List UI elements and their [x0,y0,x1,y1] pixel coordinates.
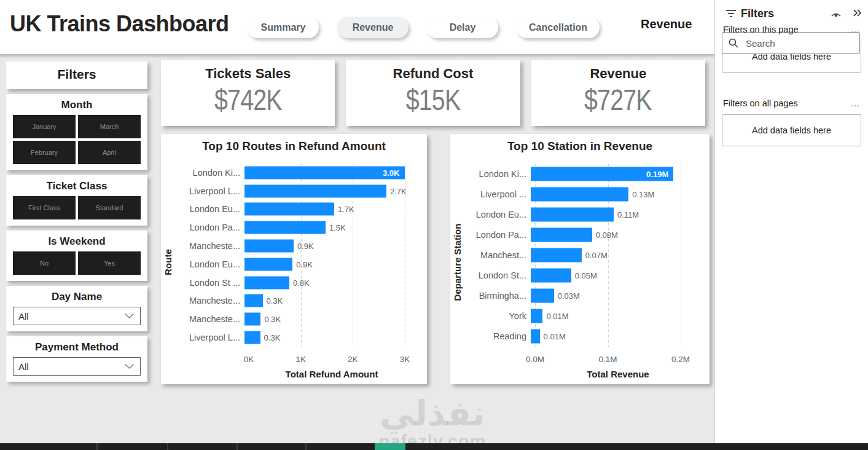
filter-options: JanuaryMarchFebruaryApril [13,115,141,164]
data-label: 0.11M [617,210,639,219]
filter-options: NoYes [13,251,141,275]
data-bar[interactable] [531,187,628,201]
x-axis-title: Total Refund Amount [249,369,415,379]
filter-icon [725,9,737,20]
chart-row: York0.01M [458,306,701,326]
filter-option-january[interactable]: January [13,115,76,138]
bar-track: 0.3K [244,292,415,310]
data-label: 1.7K [338,205,354,214]
bar-track: 0.03M [531,286,701,306]
category-label: Reading [458,331,531,341]
category-label: Mancheste... [168,296,244,306]
filter-option-april[interactable]: April [78,141,141,164]
bar-track: 0.8K [244,274,415,292]
nav-tab-revenue[interactable]: Revenue [337,17,409,38]
data-label: 1.5K [329,223,346,232]
data-bar[interactable] [244,166,405,179]
data-label: 0.13M [632,189,654,199]
filter-option-no[interactable]: No [13,251,76,275]
data-label: 0.03M [558,291,580,301]
data-label: 0.07M [585,250,608,259]
data-bar[interactable] [244,313,260,326]
data-bar[interactable] [531,309,542,323]
chevron-down-icon [124,363,135,369]
dropdown-value: All [18,311,29,322]
chart-row: London Ki...3.0K [168,164,415,182]
data-label: 0.9K [296,259,313,269]
day-name-dropdown[interactable]: All [13,307,141,325]
x-tick-label: 1K [295,355,306,364]
data-bar[interactable] [244,203,334,216]
nav-tabs: SummaryRevenueDelayCancellation [248,17,600,38]
chart-row: London St...0.05M [458,266,701,286]
more-options-icon[interactable]: ... [851,101,860,105]
category-label: Mancheste... [168,314,244,324]
payment-method-dropdown[interactable]: All [13,357,141,376]
filter-option-first-class[interactable]: First Class [13,196,76,219]
bottom-progress-bar[interactable] [0,443,868,450]
filter-scope-label: Filters on this page [723,25,799,34]
filter-section-title: Day Name [13,290,141,307]
data-bar[interactable] [244,276,289,289]
filter-card-month: MonthJanuaryMarchFebruaryApril [6,94,147,170]
x-tick-label: 3K [400,355,410,364]
bar-track: 0.01M [531,326,701,347]
data-label: 0.8K [293,278,310,287]
x-tick-label: 0K [244,355,254,364]
filter-option-yes[interactable]: Yes [78,251,141,275]
search-input[interactable] [746,38,868,49]
chevron-down-icon [124,313,135,319]
eye-icon[interactable] [831,10,842,21]
data-bar[interactable] [531,330,540,344]
more-options-icon[interactable]: ... [851,28,860,31]
chart-row: London St ...0.8K [168,274,415,292]
data-label: 0.9K [297,242,314,251]
data-bar[interactable] [244,331,260,344]
category-label: Liverpool ... [458,189,531,199]
kpi-title: Refund Cost [346,66,520,82]
data-bar[interactable] [531,227,592,242]
kpi-value: $15K [406,83,461,117]
filter-option-march[interactable]: March [78,115,141,138]
nav-tab-cancellation[interactable]: Cancellation [517,17,600,38]
data-bar[interactable] [531,269,571,283]
data-label: 2.7K [390,186,407,195]
filter-option-february[interactable]: February [13,141,76,164]
nav-tab-summary[interactable]: Summary [248,17,319,38]
dropdown-value: All [18,361,29,372]
data-label: 3.0K [383,168,404,177]
data-bar[interactable] [531,207,614,221]
plot-area: London Ki...3.0KLiverpool L...2.7KLondon… [168,164,415,347]
add-data-fields-dropzone[interactable]: Add data fields here [722,114,861,146]
bar-divider [237,443,238,450]
x-tick-label: 0.0M [526,355,544,364]
filter-option-standard[interactable]: Standard [78,196,141,219]
data-bar[interactable] [244,258,292,270]
category-label: Mancheste... [168,241,244,251]
category-label: Liverpool L... [168,333,244,342]
data-bar[interactable] [244,240,294,253]
filter-section-title: Ticket Class [13,179,141,196]
bar-track: 2.7K [244,182,415,200]
chart-row: Reading0.01M [458,326,701,347]
data-bar[interactable] [244,221,326,234]
data-label: 0.19M [646,169,673,178]
data-bar[interactable] [531,248,582,262]
kpi-row: Tickets Sales$742KRefund Cost$15KRevenue… [161,60,705,126]
data-bar[interactable] [531,289,554,303]
bar-divider [96,443,98,450]
data-label: 0.01M [544,332,566,341]
category-label: London Pa... [458,230,531,240]
category-label: London Pa... [168,223,244,232]
bar-track: 0.9K [244,237,415,255]
collapse-pane-icon[interactable] [853,9,862,20]
report-canvas: Filters MonthJanuaryMarchFebruaryAprilTi… [0,54,714,450]
category-label: London Ki... [458,169,531,179]
data-label: 0.3K [264,315,281,324]
nav-tab-delay[interactable]: Delay [427,17,498,38]
data-bar[interactable] [244,294,263,307]
filter-scope-label: Filters on all pages [723,98,798,108]
data-bar[interactable] [244,184,386,197]
data-label: 0.08M [596,230,618,239]
chart-row: Birmingha...0.03M [458,286,701,306]
